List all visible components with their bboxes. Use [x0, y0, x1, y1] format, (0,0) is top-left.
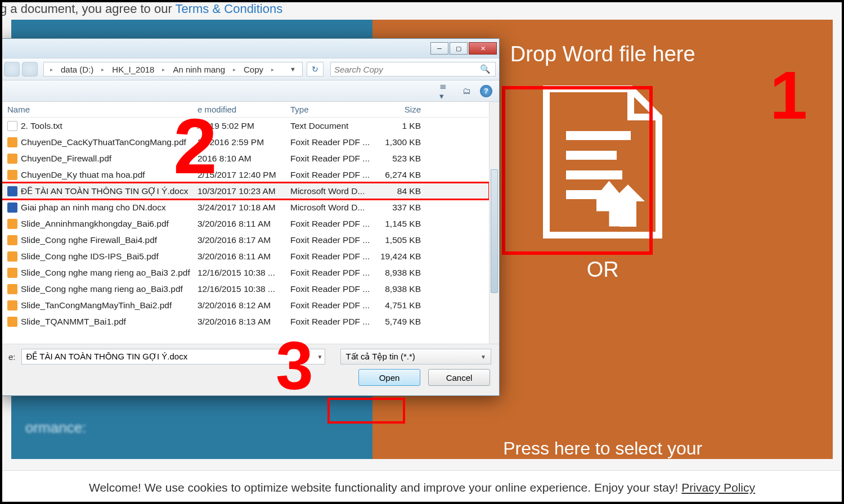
file-size: 5,749 KB — [380, 317, 431, 327]
breadcrumb[interactable]: ▸ data (D:)▸ HK_I_2018▸ An ninh mang▸ Co… — [43, 62, 303, 76]
file-size: 19,424 KB — [380, 251, 431, 262]
file-list[interactable]: Name e modified Type Size 2. Tools.txt/2… — [1, 102, 489, 344]
file-upload-icon[interactable] — [529, 78, 676, 246]
file-size: 4,751 KB — [380, 300, 431, 310]
file-type: Foxit Reader PDF ... — [290, 317, 380, 327]
file-row[interactable]: Slide_Cong nghe mang rieng ao_Bai3 2.pdf… — [1, 264, 489, 281]
file-row[interactable]: Slide_Cong nghe Firewall_Bai4.pdf3/20/20… — [1, 232, 489, 248]
new-folder-icon[interactable]: 🗂 — [460, 84, 473, 98]
blurred-subheading: ormance: — [25, 419, 86, 436]
file-name: Slide_TanCongMangMayTinh_Bai2.pdf — [21, 300, 172, 310]
privacy-link[interactable]: Privacy Policy — [681, 481, 755, 494]
file-row[interactable]: ChuyenDe_CacKyThuatTanCongMang.pdf22/201… — [1, 134, 489, 150]
file-row[interactable]: ĐỀ TÀI AN TOÀN THÔNG TIN GỢI Ý.docx10/3/… — [1, 183, 489, 199]
file-type: Foxit Reader PDF ... — [290, 219, 380, 229]
file-row[interactable]: Slide_Cong nghe mang rieng ao_Bai3.pdf12… — [1, 281, 489, 297]
file-icon — [7, 186, 17, 196]
crumb-3[interactable]: Copy — [240, 65, 267, 74]
or-text: OR — [587, 258, 619, 282]
file-icon — [7, 300, 17, 310]
col-type[interactable]: Type — [290, 105, 380, 114]
file-type: Microsoft Word D... — [290, 202, 380, 213]
maximize-button[interactable]: ▢ — [450, 42, 468, 55]
col-size[interactable]: Size — [380, 105, 431, 114]
dialog-footer: e: ▼ Tất cả Tệp tin (*.*) ▼ Open Cancel — [1, 344, 499, 395]
file-row[interactable]: Giai phap an ninh mang cho DN.docx3/24/2… — [1, 199, 489, 215]
file-row[interactable]: 2. Tools.txt/2019 5:02 PMText Document1 … — [1, 118, 489, 134]
file-size: 1,300 KB — [380, 137, 431, 147]
dialog-titlebar[interactable]: ─ ▢ ✕ — [1, 39, 499, 58]
file-row[interactable]: Slide_TanCongMangMayTinh_Bai2.pdf3/20/20… — [1, 297, 489, 313]
file-type: Foxit Reader PDF ... — [290, 251, 380, 262]
forward-button[interactable] — [22, 62, 38, 76]
press-text: Press here to select your — [372, 438, 833, 459]
file-icon — [7, 284, 17, 294]
col-name[interactable]: Name — [1, 105, 197, 114]
close-button[interactable]: ✕ — [469, 42, 497, 55]
file-size: 1,145 KB — [380, 219, 431, 229]
file-row[interactable]: Slide_Anninhmangkhongday_Bai6.pdf3/20/20… — [1, 215, 489, 232]
file-type: Foxit Reader PDF ... — [290, 137, 380, 147]
search-placeholder: Search Copy — [334, 65, 383, 74]
file-date: 12/16/2015 10:38 ... — [197, 284, 290, 294]
terms-link[interactable]: Terms & Conditions — [175, 2, 282, 16]
minimize-button[interactable]: ─ — [430, 42, 448, 55]
back-button[interactable] — [4, 62, 20, 76]
file-size: 8,938 KB — [380, 284, 431, 294]
file-name: ChuyenDe_CacKyThuatTanCongMang.pdf — [21, 137, 186, 147]
file-row[interactable]: Slide_TQANMMT_Bai1.pdf3/20/2016 8:13 AMF… — [1, 313, 489, 330]
scrollbar[interactable] — [489, 102, 499, 344]
file-type: Foxit Reader PDF ... — [290, 284, 380, 294]
file-type: Foxit Reader PDF ... — [290, 300, 380, 310]
search-input[interactable]: Search Copy 🔍 — [330, 62, 496, 76]
refresh-button[interactable]: ↻ — [307, 62, 324, 76]
file-name: Slide_Cong nghe mang rieng ao_Bai3.pdf — [21, 284, 183, 294]
crumb-0[interactable]: data (D:) — [57, 65, 97, 74]
file-icon — [7, 137, 17, 147]
crumb-1[interactable]: HK_I_2018 — [108, 65, 158, 74]
file-date: 3/20/2016 8:11 AM — [197, 219, 290, 229]
file-name: Slide_TQANMMT_Bai1.pdf — [21, 317, 126, 327]
file-row[interactable]: Slide_Cong nghe IDS-IPS_Bai5.pdf3/20/201… — [1, 248, 489, 264]
file-name: ĐỀ TÀI AN TOÀN THÔNG TIN GỢI Ý.docx — [21, 186, 188, 196]
file-type: Foxit Reader PDF ... — [290, 170, 380, 180]
search-icon: 🔍 — [480, 64, 491, 74]
file-name: ChuyenDe_Firewall.pdf — [21, 154, 111, 164]
file-size: 1 KB — [380, 121, 431, 131]
file-header[interactable]: Name e modified Type Size — [1, 102, 489, 118]
file-icon — [7, 121, 17, 131]
file-date: 3/20/2016 8:17 AM — [197, 235, 290, 245]
file-size: 84 KB — [380, 186, 431, 196]
file-type: Foxit Reader PDF ... — [290, 235, 380, 245]
file-size: 523 KB — [380, 154, 431, 164]
file-icon — [7, 268, 17, 278]
chevron-down-icon: ▼ — [481, 354, 486, 360]
file-type: Text Document — [290, 121, 380, 131]
help-icon[interactable]: ? — [480, 85, 492, 97]
cookie-bar: Welcome! We use cookies to optimize webs… — [0, 470, 844, 504]
file-size: 1,505 KB — [380, 235, 431, 245]
file-row[interactable]: ChuyenDe_Ky thuat ma hoa.pdf2/15/2017 12… — [1, 166, 489, 183]
filetype-select[interactable]: Tất cả Tệp tin (*.*) ▼ — [340, 349, 491, 364]
file-icon — [7, 235, 17, 245]
cancel-button[interactable]: Cancel — [428, 369, 490, 386]
drop-title: Drop Word file here — [510, 42, 695, 66]
filetype-value: Tất cả Tệp tin (*.*) — [345, 352, 415, 362]
file-name: Slide_Cong nghe Firewall_Bai4.pdf — [21, 235, 157, 245]
file-icon — [7, 154, 17, 164]
dialog-toolbar: ≣ ▾ 🗂 ? — [1, 80, 499, 102]
file-date: 3/20/2016 8:13 AM — [197, 317, 290, 327]
file-size: 337 KB — [380, 202, 431, 213]
view-options-icon[interactable]: ≣ ▾ — [439, 84, 453, 98]
file-date: 3/20/2016 8:11 AM — [197, 251, 290, 262]
file-name: Slide_Anninhmangkhongday_Bai6.pdf — [21, 219, 169, 229]
file-area: Name e modified Type Size 2. Tools.txt/2… — [1, 102, 499, 344]
file-name: Slide_Cong nghe mang rieng ao_Bai3 2.pdf — [21, 268, 190, 278]
crumb-2[interactable]: An ninh mang — [169, 65, 229, 74]
file-icon — [7, 251, 17, 262]
file-open-dialog: ─ ▢ ✕ ▸ data (D:)▸ HK_I_2018▸ An ninh ma… — [0, 38, 500, 396]
file-name: ChuyenDe_Ky thuat ma hoa.pdf — [21, 170, 145, 180]
open-button[interactable]: Open — [358, 369, 420, 386]
file-date: 3/20/2016 8:12 AM — [197, 300, 290, 310]
file-row[interactable]: ChuyenDe_Firewall.pdf2016 8:10 AMFoxit R… — [1, 150, 489, 166]
